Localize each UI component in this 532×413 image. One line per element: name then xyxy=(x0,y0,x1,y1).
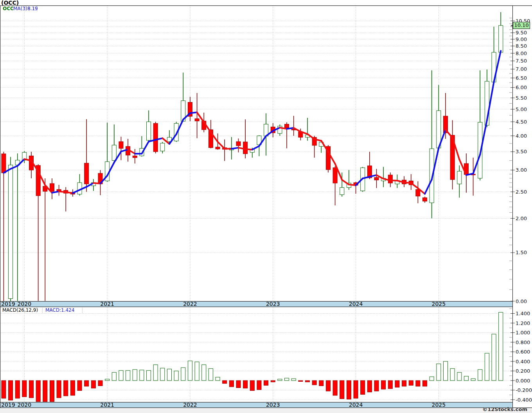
ma-line-segment xyxy=(232,148,239,149)
ma-line-segment xyxy=(349,185,356,185)
macd-histogram-bar xyxy=(361,381,365,395)
macd-histogram-bar xyxy=(133,370,137,381)
price-axis-label: 3.50 xyxy=(516,149,527,154)
macd-histogram-bar xyxy=(471,379,475,381)
macd-histogram-bar xyxy=(257,381,261,390)
price-axis-label: 8.50 xyxy=(516,43,527,49)
candle-body xyxy=(333,168,337,183)
macd-histogram-bar xyxy=(105,379,110,381)
macd-histogram-bar xyxy=(229,381,234,387)
macd-histogram-bar xyxy=(306,381,310,382)
macd-axis-label: 1.000 xyxy=(516,330,530,336)
macd-histogram-bar xyxy=(298,381,303,381)
price-axis-label: 7.00 xyxy=(516,66,527,72)
ma-line-segment xyxy=(93,183,101,183)
candle-body xyxy=(160,143,165,151)
macd-histogram-bar xyxy=(223,381,227,383)
macd-histogram-bar xyxy=(216,377,220,381)
macd-histogram-bar xyxy=(195,362,199,381)
candle-body xyxy=(374,178,379,180)
legend-separator xyxy=(42,308,43,313)
legend-separator xyxy=(13,6,13,11)
candle-body xyxy=(195,119,199,121)
macd-histogram-bar xyxy=(395,381,399,387)
macd-histogram-bar xyxy=(409,381,413,385)
candle-body xyxy=(153,123,158,151)
macd-histogram-bar xyxy=(312,381,316,385)
macd-histogram-bar xyxy=(153,365,158,381)
macd-axis-label: 0.400 xyxy=(516,359,530,365)
candle-body xyxy=(216,147,220,149)
ma-line-segment xyxy=(190,112,197,113)
macd-histogram-bar xyxy=(167,369,172,381)
page-background xyxy=(0,0,532,413)
macd-histogram-bar xyxy=(188,361,192,381)
macd-histogram-bar xyxy=(367,381,372,392)
macd-legend-label: MACD(26,12,9) xyxy=(2,307,38,313)
macd-histogram-bar xyxy=(347,381,351,399)
ma-line-segment xyxy=(287,128,294,129)
legend-separator xyxy=(37,6,38,11)
macd-axis-label: 1.200 xyxy=(516,320,530,326)
current-price-badge: 10.10 xyxy=(513,22,530,29)
macd-histogram-bar xyxy=(492,334,496,381)
macd-histogram-bar xyxy=(77,381,82,391)
candle-body xyxy=(133,156,137,158)
macd-histogram-bar xyxy=(444,361,448,381)
candle-body xyxy=(423,198,427,201)
macd-histogram-bar xyxy=(271,381,275,382)
macd-histogram-bar xyxy=(243,381,248,388)
macd-histogram-bar xyxy=(430,377,434,381)
macd-histogram-bar xyxy=(43,381,47,402)
price-axis-label: 5.50 xyxy=(516,95,527,101)
macd-histogram-bar xyxy=(478,370,482,381)
macd-histogram-bar xyxy=(174,371,178,381)
candle-body xyxy=(236,142,241,146)
macd-histogram-bar xyxy=(22,381,27,397)
macd-histogram-bar xyxy=(160,368,165,381)
macd-histogram-bar xyxy=(499,312,503,381)
price-axis-label: 7.50 xyxy=(516,58,527,64)
price-axis-label: 6.00 xyxy=(516,84,527,90)
legend-symbol: OCC xyxy=(3,6,14,11)
macd-histogram-bar xyxy=(285,378,289,381)
macd-histogram-bar xyxy=(457,372,462,381)
candle-body xyxy=(2,154,6,173)
price-axis-label: 4.50 xyxy=(516,119,527,125)
macd-histogram-bar xyxy=(278,379,282,381)
macd-histogram-bar xyxy=(15,381,20,398)
macd-histogram-bar xyxy=(50,381,54,402)
macd-histogram-bar xyxy=(202,365,206,381)
ma-line-segment xyxy=(404,183,411,183)
macd-axis-label: -0.400 xyxy=(516,397,532,403)
watermark-credit: ©12Stocks.com xyxy=(0,406,527,412)
macd-histogram-bar xyxy=(374,381,379,391)
macd-histogram-bar xyxy=(291,379,296,381)
candle-body xyxy=(243,142,248,154)
price-axis-label: 4.00 xyxy=(516,133,527,139)
price-axis-label: 2.50 xyxy=(516,189,527,195)
macd-histogram-bar xyxy=(2,381,6,398)
macd-histogram-bar xyxy=(181,368,185,381)
macd-histogram-bar xyxy=(208,368,213,381)
macd-histogram-bar xyxy=(381,381,386,389)
macd-histogram-bar xyxy=(416,381,420,386)
macd-histogram-bar xyxy=(464,376,468,381)
macd-axis-label: -0.200 xyxy=(516,387,532,393)
macd-histogram-bar xyxy=(333,381,337,395)
macd-axis-label: 0.000 xyxy=(516,378,530,384)
price-axis-label: 2.00 xyxy=(516,215,527,221)
macd-histogram-bar xyxy=(147,370,151,381)
price-axis-label: 1.50 xyxy=(516,250,527,255)
macd-legend-value: MACD:1.424 xyxy=(45,307,74,313)
macd-histogram-bar xyxy=(57,381,61,398)
price-axis-label: 3.00 xyxy=(516,167,527,173)
legend-separator xyxy=(25,6,25,11)
price-axis-label: 6.50 xyxy=(516,75,527,81)
candle-body xyxy=(84,163,89,184)
candle-body xyxy=(112,145,116,160)
macd-histogram-bar xyxy=(402,381,406,386)
macd-histogram-bar xyxy=(326,381,330,391)
ma-line-segment xyxy=(59,192,66,192)
candle-body xyxy=(340,188,344,195)
